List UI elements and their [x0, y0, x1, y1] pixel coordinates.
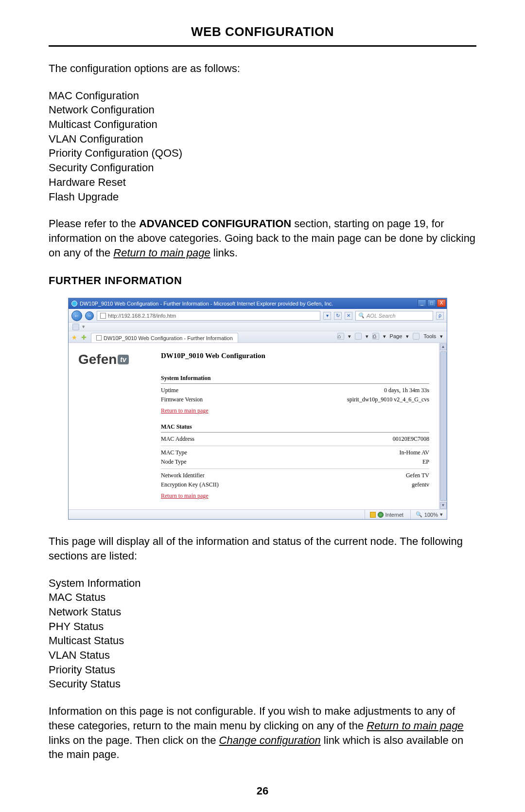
config-page-title: DW10P_9010 Web Configuration [161, 352, 429, 360]
tab-label: DW10P_9010 Web Configuration - Further I… [104, 335, 233, 341]
divider [161, 469, 429, 469]
ie-icon [71, 301, 77, 307]
config-options-list: MAC Configuration Network Configuration … [49, 89, 476, 204]
refer-paragraph: Please refer to the ADVANCED CONFIGURATI… [49, 217, 476, 260]
list-item: System Information [49, 576, 476, 591]
list-item: Security Status [49, 677, 476, 691]
address-dropdown[interactable]: ▾ [323, 312, 331, 320]
mac-address-label: MAC Address [161, 435, 194, 443]
zoom-icon: 🔍 [416, 511, 422, 518]
encryption-row: Encryption Key (ASCII) gefentv [161, 480, 429, 489]
config-content: DW10P_9010 Web Configuration System Info… [161, 343, 439, 509]
minimize-button[interactable]: _ [418, 299, 426, 307]
node-type-label: Node Type [161, 458, 187, 466]
mac-type-label: MAC Type [161, 449, 187, 456]
favorites-icon[interactable]: ★ [71, 334, 78, 341]
scroll-thumb[interactable] [440, 351, 447, 501]
stop-button[interactable]: ✕ [345, 312, 352, 320]
return-link-text: Return to main page [367, 720, 463, 732]
window-title: DW10P_9010 Web Configuration - Further I… [80, 301, 333, 307]
gefen-logo: Gefentv [78, 352, 156, 367]
encryption-label: Encryption Key (ASCII) [161, 481, 219, 488]
page-number: 26 [0, 785, 525, 797]
logo-tv-badge: tv [118, 355, 128, 364]
search-go-button[interactable]: ρ [436, 312, 444, 320]
firmware-value: spirit_dw10p_9010 v2_4_6_G_cvs [347, 396, 429, 403]
advanced-config-label: ADVANCED CONFIGURATION [139, 217, 291, 230]
logo-text: Gefen [78, 352, 117, 367]
list-item: Flash Upgrade [49, 190, 476, 204]
scroll-up-button[interactable]: ▲ [440, 343, 447, 350]
window-titlebar: DW10P_9010 Web Configuration - Further I… [69, 298, 447, 309]
home-icon[interactable]: ⌂ [337, 333, 344, 340]
text-span: links on the page. Then click on the [49, 734, 219, 746]
desc-text: This page will display all of the inform… [49, 534, 476, 563]
forward-button[interactable]: → [85, 311, 94, 320]
warning-icon [370, 512, 376, 518]
status-bar: Internet 🔍 100% ▾ [69, 509, 447, 519]
return-link-text: Return to main page [113, 247, 210, 259]
browser-tab[interactable]: DW10P_9010 Web Configuration - Further I… [91, 333, 238, 343]
encryption-value: gefentv [412, 481, 429, 488]
uptime-label: Uptime [161, 387, 178, 394]
node-type-row: Node Type EP [161, 457, 429, 467]
firmware-row: Firmware Version spirit_dw10p_9010 v2_4_… [161, 395, 429, 404]
text-span: links. [210, 247, 238, 259]
mac-address-row: MAC Address 00120E9C7008 [161, 434, 429, 444]
list-item: Network Status [49, 605, 476, 619]
print-icon[interactable]: ⎙ [372, 333, 379, 340]
uptime-value: 0 days, 1h 34m 33s [384, 387, 429, 394]
close-button[interactable]: X [437, 299, 446, 307]
return-main-link[interactable]: Return to main page [161, 407, 209, 415]
status-sections-list: System Information MAC Status Network St… [49, 576, 476, 692]
feeds-icon[interactable] [355, 333, 362, 340]
page-icon [96, 335, 102, 341]
list-item: Multicast Status [49, 633, 476, 648]
network-id-label: Network Identifier [161, 472, 205, 479]
sysinfo-header: System Information [161, 375, 429, 384]
logo-column: Gefentv [69, 343, 161, 509]
page-icon [100, 313, 106, 319]
page-menu[interactable]: Page [390, 333, 402, 339]
list-item: Network Configuration [49, 103, 476, 117]
divider [161, 446, 429, 446]
scroll-down-button[interactable]: ▼ [440, 502, 447, 509]
node-type-value: EP [422, 458, 429, 466]
mac-type-row: MAC Type In-Home AV [161, 448, 429, 457]
add-favorite-icon[interactable]: ✚ [81, 334, 88, 341]
list-item: PHY Status [49, 619, 476, 634]
browser-screenshot: DW10P_9010 Web Configuration - Further I… [68, 298, 447, 520]
address-bar[interactable]: http://192.168.2.178/info.htm [97, 311, 320, 321]
network-id-value: Gefen TV [406, 472, 429, 479]
network-id-row: Network Identifier Gefen TV [161, 471, 429, 480]
footer-paragraph: Information on this page is not configur… [49, 704, 476, 762]
page-title: WEB CONFIGURATION [49, 24, 476, 47]
search-icon: 🔍 [358, 312, 365, 319]
toolbar-button[interactable] [72, 324, 79, 330]
list-item: Priority Status [49, 663, 476, 677]
return-main-link[interactable]: Return to main page [161, 492, 209, 500]
mac-type-value: In-Home AV [400, 449, 429, 456]
list-item: VLAN Configuration [49, 132, 476, 146]
internet-zone-icon [378, 512, 384, 518]
vertical-scrollbar[interactable]: ▲ ▼ [439, 343, 447, 509]
refresh-button[interactable]: ↻ [334, 312, 342, 320]
search-box[interactable]: 🔍 AOL Search [355, 311, 433, 321]
text-span: Please refer to the [49, 217, 139, 230]
tools-menu[interactable]: Tools [423, 333, 436, 339]
list-item: MAC Status [49, 590, 476, 605]
mac-address-value: 00120E9C7008 [393, 435, 429, 443]
list-item: Security Configuration [49, 161, 476, 175]
back-button[interactable]: ← [71, 310, 82, 321]
zoom-label: 100% [424, 512, 438, 518]
nav-toolbar: ← → http://192.168.2.178/info.htm ▾ ↻ ✕ … [69, 309, 447, 323]
macstatus-header: MAC Status [161, 423, 429, 433]
maximize-button[interactable]: □ [427, 299, 436, 307]
further-info-heading: FURTHER INFORMATION [49, 274, 476, 287]
tools-icon[interactable] [413, 333, 420, 340]
intro-text: The configuration options are as follows… [49, 61, 476, 76]
list-item: Priority Configuration (QOS) [49, 146, 476, 161]
zone-label: Internet [385, 512, 403, 518]
list-item: MAC Configuration [49, 89, 476, 103]
list-item: Hardware Reset [49, 175, 476, 190]
